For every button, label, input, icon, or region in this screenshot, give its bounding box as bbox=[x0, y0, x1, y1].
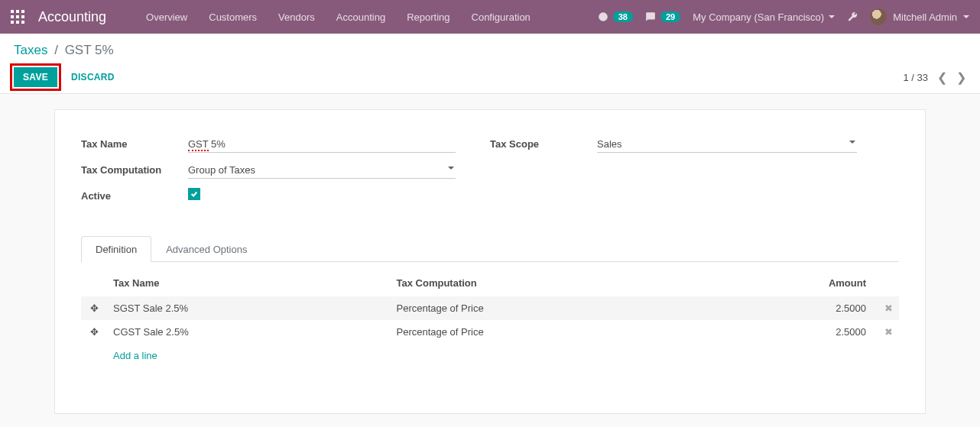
top-navbar: Accounting Overview Customers Vendors Ac… bbox=[0, 0, 980, 34]
clock-icon bbox=[598, 11, 608, 22]
notebook-tabs: Definition Advanced Options bbox=[81, 235, 899, 262]
sheet-wrap: Tax Name GST 5% Tax Computation Group of… bbox=[0, 94, 980, 427]
pager-text[interactable]: 1 / 33 bbox=[903, 72, 928, 83]
tax-scope-select[interactable]: Sales bbox=[597, 136, 857, 153]
cell-tax-computation[interactable]: Percentage of Price bbox=[391, 296, 712, 320]
tab-advanced-options[interactable]: Advanced Options bbox=[151, 236, 261, 262]
breadcrumb-root[interactable]: Taxes bbox=[14, 43, 47, 57]
form-sheet: Tax Name GST 5% Tax Computation Group of… bbox=[54, 109, 926, 414]
th-tax-name: Tax Name bbox=[107, 270, 391, 296]
breadcrumb-current: GST 5% bbox=[65, 43, 114, 57]
pager-next[interactable]: ❯ bbox=[956, 70, 966, 85]
save-button[interactable]: SAVE bbox=[14, 67, 57, 87]
main-menu: Overview Customers Vendors Accounting Re… bbox=[137, 7, 540, 27]
user-menu[interactable]: Mitchell Admin bbox=[870, 8, 969, 25]
field-active: Active bbox=[81, 188, 490, 202]
cell-amount[interactable]: 2.5000 bbox=[836, 326, 866, 338]
label-active: Active bbox=[81, 188, 188, 202]
pager-prev[interactable]: ❮ bbox=[937, 70, 947, 85]
debug-menu[interactable] bbox=[847, 11, 858, 24]
add-line-link[interactable]: Add a line bbox=[113, 350, 157, 361]
menu-accounting[interactable]: Accounting bbox=[327, 7, 394, 27]
field-tax-name: Tax Name GST 5% bbox=[81, 136, 490, 153]
app-brand[interactable]: Accounting bbox=[38, 9, 106, 25]
nav-right: 38 29 My Company (San Francisco) Mitchel… bbox=[598, 8, 969, 25]
delete-row-icon[interactable]: ✖ bbox=[884, 326, 893, 338]
cell-tax-computation[interactable]: Percentage of Price bbox=[391, 320, 712, 344]
field-tax-scope: Tax Scope Sales bbox=[490, 136, 899, 153]
menu-configuration[interactable]: Configuration bbox=[462, 7, 540, 27]
activity-indicator[interactable]: 38 bbox=[598, 11, 633, 22]
pager: 1 / 33 ❮ ❯ bbox=[903, 70, 966, 85]
drag-handle-icon[interactable]: ✥ bbox=[81, 296, 107, 320]
control-panel: Taxes / GST 5% SAVE DISCARD 1 / 33 ❮ ❯ bbox=[0, 34, 980, 94]
user-name: Mitchell Admin bbox=[893, 11, 957, 23]
label-tax-name: Tax Name bbox=[81, 136, 188, 150]
caret-down-icon bbox=[963, 15, 969, 18]
menu-overview[interactable]: Overview bbox=[137, 7, 196, 27]
breadcrumb: Taxes / GST 5% bbox=[14, 43, 966, 58]
children-taxes-table: Tax Name Tax Computation Amount ✥ SGST S… bbox=[81, 270, 899, 367]
cell-tax-name[interactable]: CGST Sale 2.5% bbox=[107, 320, 391, 344]
label-tax-scope: Tax Scope bbox=[490, 136, 597, 150]
actions-row: SAVE DISCARD 1 / 33 ❮ ❯ bbox=[14, 67, 966, 87]
field-tax-computation: Tax Computation Group of Taxes bbox=[81, 162, 490, 179]
th-amount: Amount bbox=[712, 270, 872, 296]
apps-icon[interactable] bbox=[11, 10, 24, 24]
tax-computation-select[interactable]: Group of Taxes bbox=[188, 162, 456, 179]
table-row[interactable]: ✥ SGST Sale 2.5% Percentage of Price 2.5… bbox=[81, 296, 899, 320]
cell-tax-name[interactable]: SGST Sale 2.5% bbox=[107, 296, 391, 320]
breadcrumb-sep: / bbox=[54, 43, 58, 57]
caret-down-icon bbox=[829, 15, 835, 18]
table-row[interactable]: ✥ CGST Sale 2.5% Percentage of Price 2.5… bbox=[81, 320, 899, 344]
drag-handle-icon[interactable]: ✥ bbox=[81, 320, 107, 344]
menu-vendors[interactable]: Vendors bbox=[269, 7, 324, 27]
check-icon bbox=[190, 190, 198, 198]
menu-reporting[interactable]: Reporting bbox=[398, 7, 459, 27]
label-tax-computation: Tax Computation bbox=[81, 162, 188, 176]
company-name: My Company (San Francisco) bbox=[693, 11, 824, 23]
active-checkbox[interactable] bbox=[188, 188, 200, 200]
tax-name-input[interactable]: GST 5% bbox=[188, 136, 456, 153]
th-tax-computation: Tax Computation bbox=[391, 270, 712, 296]
discard-button[interactable]: DISCARD bbox=[62, 67, 124, 87]
discuss-indicator[interactable]: 29 bbox=[645, 11, 680, 22]
chat-icon bbox=[645, 11, 656, 22]
discuss-badge: 29 bbox=[660, 11, 680, 22]
company-switcher[interactable]: My Company (San Francisco) bbox=[693, 11, 835, 23]
wrench-icon bbox=[847, 11, 858, 21]
menu-customers[interactable]: Customers bbox=[200, 7, 266, 27]
avatar bbox=[870, 8, 887, 25]
tab-definition[interactable]: Definition bbox=[81, 236, 151, 262]
delete-row-icon[interactable]: ✖ bbox=[884, 302, 893, 314]
cell-amount[interactable]: 2.5000 bbox=[836, 302, 866, 314]
activity-badge: 38 bbox=[613, 11, 633, 22]
